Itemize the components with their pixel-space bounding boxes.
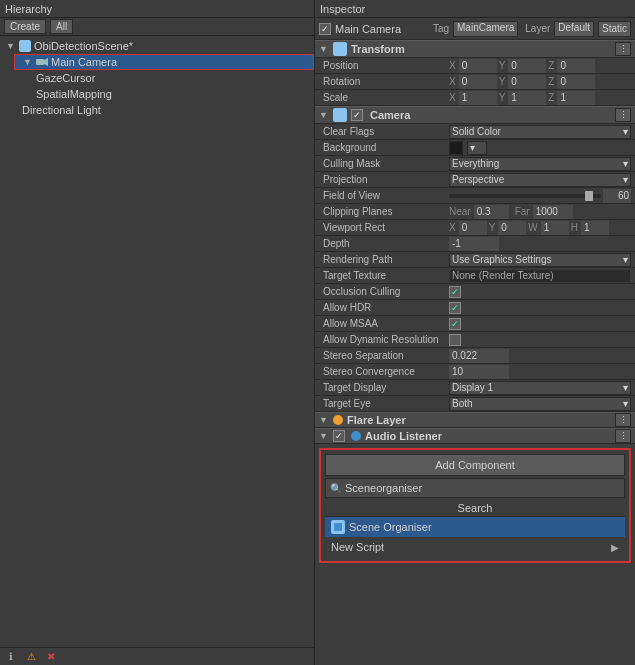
camera-arrow: ▼ (319, 110, 329, 120)
scale-z[interactable] (557, 91, 595, 105)
rp-arrow: ▾ (623, 254, 628, 265)
hierarchy-panel: Hierarchy Create All ▼ ObiDetectionScene… (0, 0, 315, 665)
add-component-button[interactable]: Add Component (325, 454, 625, 476)
rotation-y[interactable] (508, 75, 546, 89)
scale-label: Scale (319, 92, 449, 103)
vp-h[interactable] (581, 221, 609, 235)
rotation-x[interactable] (459, 75, 497, 89)
occlusion-row: Occlusion Culling ✓ (315, 284, 635, 300)
near-field[interactable] (474, 205, 509, 219)
vp-w[interactable] (541, 221, 569, 235)
clear-flags-row: Clear Flags Solid Color ▾ (315, 124, 635, 140)
rotation-xyz: X Y Z (449, 75, 595, 89)
audio-arrow: ▼ (319, 431, 329, 441)
status-bar: ℹ ⚠ ✖ (0, 647, 314, 665)
camera-component-header[interactable]: ▼ ✓ Camera ⋮ (315, 106, 635, 124)
create-button[interactable]: Create (4, 19, 46, 34)
target-eye-dropdown[interactable]: Both ▾ (449, 397, 631, 411)
far-field[interactable] (533, 205, 573, 219)
camera-menu-btn[interactable]: ⋮ (615, 108, 631, 122)
vp-x[interactable] (459, 221, 487, 235)
audio-menu-btn[interactable]: ⋮ (615, 429, 631, 443)
hierarchy-item-gaze-cursor[interactable]: GazeCursor (28, 70, 314, 86)
flare-arrow: ▼ (319, 415, 329, 425)
object-active-checkbox[interactable]: ✓ (319, 23, 331, 35)
rotation-z[interactable] (557, 75, 595, 89)
hierarchy-item-main-camera[interactable]: ▼ Main Camera (14, 54, 314, 70)
audio-listener-header[interactable]: ▼ ✓ Audio Listener ⋮ (315, 428, 635, 444)
occlusion-checkbox[interactable]: ✓ (449, 286, 461, 298)
background-color-swatch[interactable] (449, 141, 463, 155)
warning-icon: ⚠ (24, 650, 38, 664)
msaa-checkbox[interactable]: ✓ (449, 318, 461, 330)
new-script-row[interactable]: New Script ▶ (325, 537, 625, 557)
camera-expand-arrow: ▼ (23, 57, 35, 67)
viewport-label: Viewport Rect (319, 222, 449, 233)
inspector-content: ▼ Transform ⋮ Position X Y Z Rotation X (315, 40, 635, 665)
gaze-cursor-label: GazeCursor (36, 72, 95, 84)
layer-dropdown[interactable]: Default (554, 21, 594, 37)
stereo-conv-row: Stereo Convergence (315, 364, 635, 380)
inspector-object-row: ✓ Main Camera Tag MainCamera Layer Defau… (315, 18, 635, 40)
target-display-text: Display 1 (452, 382, 493, 393)
transform-component-header[interactable]: ▼ Transform ⋮ (315, 40, 635, 58)
clear-flags-dropdown[interactable]: Solid Color ▾ (449, 125, 631, 139)
scale-value: X Y Z (449, 91, 631, 105)
position-z[interactable] (557, 59, 595, 73)
stereo-conv-field[interactable] (449, 365, 509, 379)
audio-active-checkbox[interactable]: ✓ (333, 430, 345, 442)
background-value: ▾ (449, 141, 631, 155)
hierarchy-item-directional-light[interactable]: Directional Light (14, 102, 314, 118)
depth-field[interactable] (449, 237, 499, 251)
target-texture-field[interactable]: None (Render Texture) (449, 269, 631, 283)
transform-arrow: ▼ (319, 44, 329, 54)
target-display-dropdown[interactable]: Display 1 ▾ (449, 381, 631, 395)
component-search-input[interactable] (345, 482, 620, 494)
tag-dropdown[interactable]: MainCamera (453, 21, 518, 37)
all-button[interactable]: All (50, 19, 73, 34)
position-x[interactable] (459, 59, 497, 73)
scale-y[interactable] (508, 91, 546, 105)
background-extra[interactable]: ▾ (467, 141, 487, 155)
directional-light-label: Directional Light (22, 104, 101, 116)
dynamic-res-checkbox[interactable]: ✓ (449, 334, 461, 346)
camera-title: Camera (370, 109, 611, 121)
stereo-conv-value (449, 365, 631, 379)
transform-scale-row: Scale X Y Z (315, 90, 635, 106)
hdr-label: Allow HDR (319, 302, 449, 313)
projection-dropdown[interactable]: Perspective ▾ (449, 173, 631, 187)
rendering-path-dropdown[interactable]: Use Graphics Settings ▾ (449, 253, 631, 267)
camera-active-checkbox[interactable]: ✓ (351, 109, 363, 121)
culling-mask-dropdown[interactable]: Everything ▾ (449, 157, 631, 171)
stereo-conv-label: Stereo Convergence (319, 366, 449, 377)
scene-organiser-icon (331, 520, 345, 534)
projection-value: Perspective ▾ (449, 173, 631, 187)
hierarchy-scene-root[interactable]: ▼ ObiDetectionScene* (0, 38, 314, 54)
transform-position-row: Position X Y Z (315, 58, 635, 74)
hdr-checkbox[interactable]: ✓ (449, 302, 461, 314)
audio-icon (351, 431, 361, 441)
target-eye-value: Both ▾ (449, 397, 631, 411)
target-display-row: Target Display Display 1 ▾ (315, 380, 635, 396)
projection-label: Projection (319, 174, 449, 185)
occlusion-label: Occlusion Culling (319, 286, 449, 297)
position-label: Position (319, 60, 449, 71)
search-result-scene-organiser[interactable]: Scene Organiser (325, 517, 625, 537)
add-component-area: Add Component 🔍 Search Scene Organiser N… (319, 448, 631, 563)
scale-x[interactable] (459, 91, 497, 105)
stereo-sep-field[interactable] (449, 349, 509, 363)
flare-menu-btn[interactable]: ⋮ (615, 413, 631, 427)
hierarchy-item-spatial-mapping[interactable]: SpatialMapping (28, 86, 314, 102)
static-button[interactable]: Static (598, 21, 631, 37)
spatial-mapping-label: SpatialMapping (36, 88, 112, 100)
vp-y[interactable] (498, 221, 526, 235)
svg-rect-0 (36, 59, 44, 65)
fov-slider-track[interactable] (449, 194, 601, 198)
fov-number[interactable] (603, 189, 631, 203)
position-y[interactable] (508, 59, 546, 73)
flare-layer-header[interactable]: ▼ Flare Layer ⋮ (315, 412, 635, 428)
inspector-tab: Inspector (320, 3, 365, 15)
transform-menu-btn[interactable]: ⋮ (615, 42, 631, 56)
hierarchy-toolbar: Create All (0, 18, 314, 36)
proj-arrow: ▾ (623, 174, 628, 185)
